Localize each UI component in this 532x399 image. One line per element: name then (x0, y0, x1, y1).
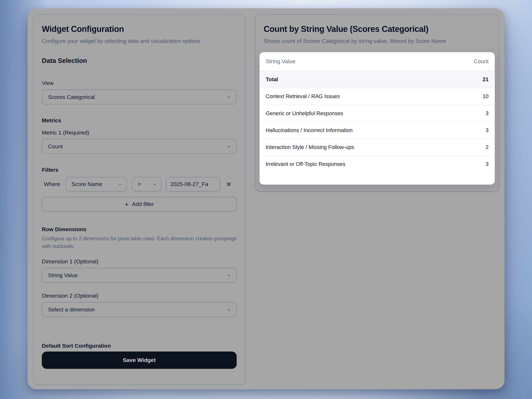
count-cell: 3 (486, 161, 488, 167)
dimension2-label: Dimension 2 (Optional) (42, 292, 237, 299)
chevron-down-icon (152, 182, 157, 187)
desktop-background: Widget Configuration Configure your widg… (0, 0, 532, 399)
filter-field-value: Score Name (72, 181, 102, 187)
column-header-string-value: String Value (266, 58, 295, 65)
preview-subtitle: Shows count of Scores Categorical by str… (264, 37, 491, 45)
table-row: Generic or Unhelpful Responses3 (260, 105, 495, 122)
table-row: Context Retrieval / RAG Issues10 (260, 88, 495, 105)
widget-preview-panel: Count by String Value (Scores Categorica… (255, 14, 499, 192)
view-select-value: Scores Categorical (48, 94, 95, 100)
table-row: Hallucinations / Incorrect Information3 (260, 122, 495, 139)
table-total-row: Total 21 (260, 71, 495, 88)
panel-subtitle: Configure your widget by selecting data … (42, 37, 228, 45)
filter-row: Where Score Name = 2025-08-27_Fa ✕ (42, 177, 237, 191)
preview-table: String Value Count Total 21 Context Retr… (260, 52, 495, 185)
count-cell: 10 (483, 93, 489, 99)
dimension2-select-value: Select a dimension (48, 306, 95, 313)
close-icon: ✕ (226, 181, 232, 188)
string-value-cell: Interaction Style / Missing Follow-ups (266, 144, 354, 150)
add-filter-label: Add filter (132, 201, 154, 207)
plus-icon: + (125, 201, 129, 207)
preview-table-rows: Context Retrieval / RAG Issues10Generic … (260, 88, 495, 173)
table-header-row: String Value Count (260, 52, 495, 71)
table-row: Irrelevant or Off-Topic Responses3 (260, 156, 495, 173)
filter-field-select[interactable]: Score Name (66, 177, 127, 191)
dimension1-select-value: String Value (48, 272, 78, 278)
count-cell: 2 (486, 144, 488, 150)
add-filter-button[interactable]: + Add filter (42, 197, 237, 212)
metrics-heading: Metrics (42, 117, 237, 124)
count-cell: 3 (486, 127, 488, 133)
chevron-down-icon (226, 273, 231, 278)
view-label: View (42, 80, 237, 86)
save-widget-button[interactable]: Save Widget (42, 352, 237, 369)
metric1-select[interactable]: Count (42, 139, 237, 154)
chevron-down-icon (118, 182, 122, 187)
chevron-down-icon (226, 95, 231, 99)
total-label: Total (266, 76, 278, 83)
metric1-label: Metric 1 (Required) (42, 129, 237, 136)
metric1-select-value: Count (48, 143, 63, 149)
string-value-cell: Generic or Unhelpful Responses (266, 110, 343, 116)
remove-filter-button[interactable]: ✕ (225, 180, 233, 188)
filters-heading: Filters (42, 167, 237, 173)
row-dimensions-description: Configure up to 2 dimensions for pivot t… (42, 235, 237, 250)
row-dimensions-heading: Row Dimensions (42, 226, 237, 233)
string-value-cell: Context Retrieval / RAG Issues (266, 93, 340, 99)
where-label: Where (42, 181, 60, 187)
string-value-cell: Hallucinations / Incorrect Information (266, 127, 353, 133)
table-row: Interaction Style / Missing Follow-ups2 (260, 139, 495, 156)
count-cell: 3 (486, 110, 488, 116)
data-selection-heading: Data Selection (42, 57, 237, 65)
dimension2-select[interactable]: Select a dimension (42, 302, 237, 317)
view-select[interactable]: Scores Categorical (42, 90, 237, 104)
page-title: Widget Configuration (42, 24, 237, 34)
string-value-cell: Irrelevant or Off-Topic Responses (266, 161, 345, 167)
sort-configuration-heading: Default Sort Configuration (42, 343, 237, 349)
filter-operator-value: = (138, 181, 141, 187)
chevron-down-icon (226, 307, 231, 312)
chevron-down-icon (226, 144, 231, 149)
dimension1-label: Dimension 1 (Optional) (42, 258, 237, 265)
dimension1-select[interactable]: String Value (42, 268, 237, 283)
total-count: 21 (483, 76, 489, 83)
preview-title: Count by String Value (Scores Categorica… (264, 24, 491, 34)
column-header-count: Count (474, 58, 489, 65)
filter-operator-select[interactable]: = (132, 177, 161, 191)
widget-configuration-panel: Widget Configuration Configure your widg… (33, 14, 245, 385)
widget-dialog: Widget Configuration Configure your widg… (28, 8, 504, 389)
filter-value-input[interactable]: 2025-08-27_Fa (166, 177, 221, 191)
